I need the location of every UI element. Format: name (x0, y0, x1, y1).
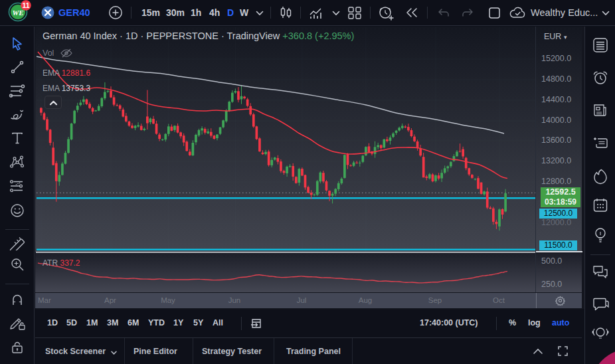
svg-text:11: 11 (22, 1, 29, 9)
svg-text:WE: WE (12, 9, 23, 17)
